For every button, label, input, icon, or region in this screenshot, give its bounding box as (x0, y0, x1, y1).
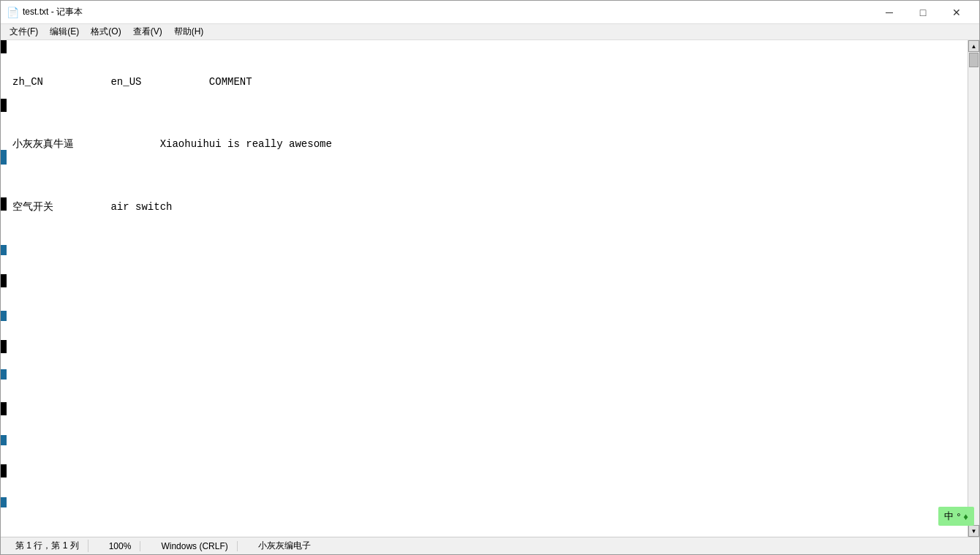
ime-dot: ° (957, 511, 960, 522)
window-controls: ─ □ ✕ (872, 1, 973, 24)
maximize-button[interactable]: □ (906, 1, 940, 24)
menu-file[interactable]: 文件(F) (4, 24, 44, 39)
window-title: test.txt - 记事本 (23, 6, 872, 18)
title-bar: 📄 test.txt - 记事本 ─ □ ✕ (1, 1, 979, 24)
notepad-window: 📄 test.txt - 记事本 ─ □ ✕ 文件(F) 编辑(E) 格式(O)… (0, 0, 980, 555)
text-editor[interactable]: zh_CN en_US COMMENT 小灰灰真牛逼 Xiaohuihui is… (1, 40, 968, 537)
menu-format[interactable]: 格式(O) (85, 24, 127, 39)
ime-chinese-label: 中 (944, 510, 954, 523)
menu-edit[interactable]: 编辑(E) (44, 24, 85, 39)
charset-info: 小灰灰编电子 (249, 540, 320, 552)
scroll-track[interactable] (968, 68, 979, 525)
line-3: 空气开关 air switch (12, 199, 962, 215)
content-area: zh_CN en_US COMMENT 小灰灰真牛逼 Xiaohuihui is… (1, 40, 979, 537)
status-bar: 第 1 行，第 1 列 100% Windows (CRLF) 小灰灰编电子 (1, 537, 979, 554)
scroll-down-button[interactable]: ▼ (968, 525, 979, 537)
menu-help[interactable]: 帮助(H) (168, 24, 210, 39)
ime-indicator[interactable]: 中 ° ♦ (938, 507, 974, 526)
ime-diamond: ♦ (963, 511, 968, 522)
minimize-button[interactable]: ─ (872, 1, 906, 24)
app-icon: 📄 (7, 7, 18, 18)
menu-view[interactable]: 查看(V) (127, 24, 168, 39)
scroll-thumb[interactable] (969, 53, 979, 67)
line-ending: Windows (CRLF) (152, 541, 237, 551)
scroll-up-button[interactable]: ▲ (968, 40, 979, 52)
zoom-level: 100% (100, 541, 141, 551)
cursor-position: 第 1 行，第 1 列 (7, 540, 88, 552)
line-1: zh_CN en_US COMMENT (12, 74, 962, 90)
menu-bar: 文件(F) 编辑(E) 格式(O) 查看(V) 帮助(H) (1, 24, 979, 40)
line-2: 小灰灰真牛逼 Xiaohuihui is really awesome (12, 136, 962, 152)
close-button[interactable]: ✕ (940, 1, 973, 24)
vertical-scrollbar[interactable]: ▲ ▼ (968, 40, 979, 537)
